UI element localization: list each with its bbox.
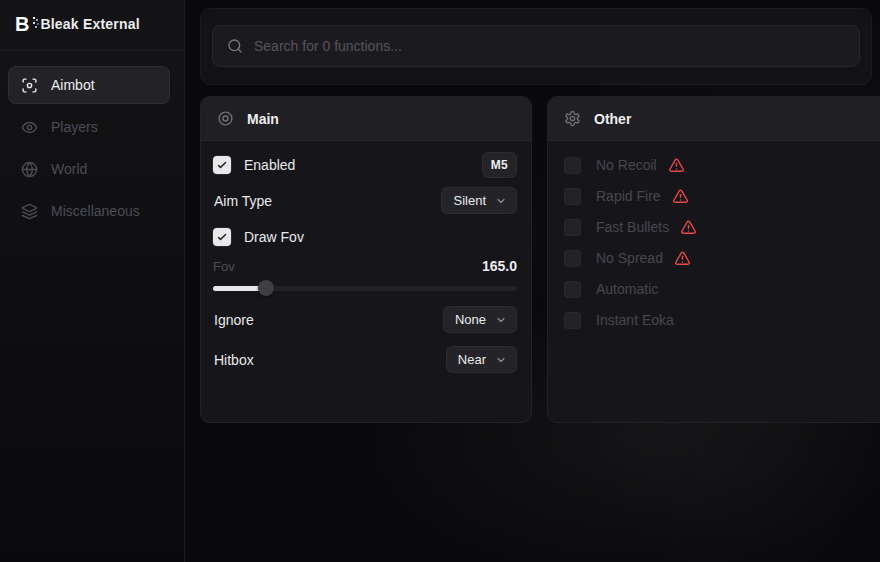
no-spread-label: No Spread [596,250,663,266]
chevron-down-icon [495,314,507,326]
fov-row: Fov 165.0 [213,257,517,275]
ignore-row: Ignore None [213,306,517,333]
topbar [200,8,872,85]
other-row-automatic: Automatic [564,277,873,301]
warning-triangle-icon [672,188,689,205]
other-row-fast-bullets: Fast Bullets [564,215,873,239]
ignore-value: None [455,312,486,327]
chevron-down-icon [495,354,507,366]
draw-fov-label: Draw Fov [244,229,304,245]
warning-triangle-icon [674,250,691,267]
warning-triangle-icon [668,157,685,174]
sidebar-item-label: Miscellaneous [51,203,140,219]
chevron-down-icon [495,195,507,207]
enabled-keybind-button[interactable]: M5 [482,152,517,178]
aim-type-value: Silent [453,193,486,208]
gear-icon [564,110,581,127]
aim-type-row: Aim Type Silent [213,187,517,214]
fov-value: 165.0 [482,258,517,274]
main-panel-title: Main [247,111,279,127]
instant-eoka-label: Instant Eoka [596,312,674,328]
sidebar-item-aimbot[interactable]: Aimbot [8,66,170,104]
no-recoil-label: No Recoil [596,157,657,173]
aim-type-dropdown[interactable]: Silent [441,187,517,214]
search-icon [227,38,243,54]
warning-triangle-icon [680,219,697,236]
fov-label: Fov [213,259,235,274]
other-row-no-recoil: No Recoil [564,153,873,177]
focus-icon [21,77,38,94]
rapid-fire-checkbox[interactable] [564,188,581,205]
sidebar-item-miscellaneous[interactable]: Miscellaneous [8,192,170,230]
layers-icon [21,203,38,220]
brand-logo-icon: B [15,14,29,34]
enabled-row: Enabled M5 [213,152,517,178]
other-row-rapid-fire: Rapid Fire [564,184,873,208]
sidebar-item-world[interactable]: World [8,150,170,188]
sidebar-item-label: Aimbot [51,77,95,93]
sidebar-divider [0,50,184,51]
draw-fov-checkbox[interactable] [213,228,231,246]
search-box[interactable] [212,25,860,67]
no-recoil-checkbox[interactable] [564,157,581,174]
aim-type-label: Aim Type [214,193,272,209]
ignore-label: Ignore [214,312,254,328]
ignore-dropdown[interactable]: None [443,306,517,333]
main-panel-header: Main [201,97,531,141]
rapid-fire-label: Rapid Fire [596,188,661,204]
automatic-checkbox[interactable] [564,281,581,298]
sidebar: B Bleak External Aimbot Players World [0,0,185,562]
sidebar-item-label: World [51,161,87,177]
search-input[interactable] [254,38,845,54]
fast-bullets-checkbox[interactable] [564,219,581,236]
main-panel: Main Enabled M5 Aim Type Silent Draw Fov… [200,96,532,423]
automatic-label: Automatic [596,281,658,297]
sidebar-nav: Aimbot Players World Miscellaneous [8,66,170,234]
instant-eoka-checkbox[interactable] [564,312,581,329]
sidebar-item-players[interactable]: Players [8,108,170,146]
hitbox-dropdown[interactable]: Near [446,346,517,373]
eye-icon [21,119,38,136]
other-panel: Other No Recoil Rapid Fire Fast Bullets … [547,96,880,423]
brand: B Bleak External [15,11,140,37]
enabled-checkbox[interactable] [213,156,231,174]
hitbox-value: Near [458,352,486,367]
hitbox-row: Hitbox Near [213,346,517,373]
fov-slider[interactable] [213,283,517,293]
enabled-label: Enabled [244,157,295,173]
globe-icon [21,161,38,178]
other-panel-header: Other [548,97,880,141]
fast-bullets-label: Fast Bullets [596,219,669,235]
no-spread-checkbox[interactable] [564,250,581,267]
draw-fov-row: Draw Fov [213,224,517,250]
brand-title: Bleak External [40,16,139,32]
hitbox-label: Hitbox [214,352,254,368]
fov-slider-thumb[interactable] [258,280,274,296]
other-row-no-spread: No Spread [564,246,873,270]
other-panel-title: Other [594,111,631,127]
other-row-instant-eoka: Instant Eoka [564,308,873,332]
target-icon [217,110,234,127]
sidebar-item-label: Players [51,119,98,135]
